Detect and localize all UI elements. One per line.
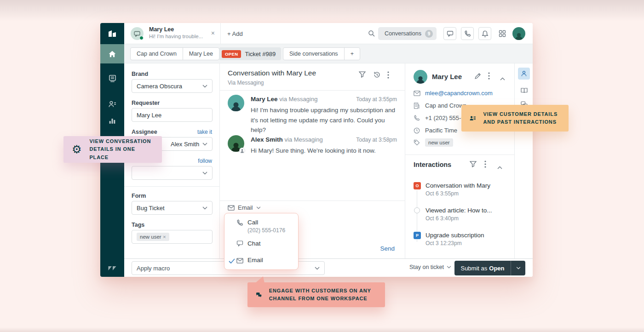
top-nav: Mary Lee Hi! I'm having trouble... × + A… — [100, 23, 533, 44]
chevron-down-icon — [202, 206, 207, 210]
submit-split-button: Submit as Open — [454, 261, 525, 275]
person-icon — [521, 70, 527, 77]
rail-customer-tab[interactable] — [518, 68, 530, 80]
open-conversation-tab[interactable]: Mary Lee Hi! I'm having trouble... × — [124, 23, 221, 44]
chat-icon[interactable] — [443, 27, 456, 40]
brand-select[interactable]: Camera Obscura — [132, 79, 213, 93]
tag-remove-icon[interactable]: × — [163, 234, 166, 240]
interaction-title[interactable]: Conversation with Mary — [426, 182, 490, 189]
send-button[interactable]: Send — [380, 245, 395, 252]
customer-email-link[interactable]: mlee@capandcrown.com — [425, 90, 493, 97]
assignee-value: Alex Smith — [171, 141, 199, 148]
brand-label: Brand — [132, 71, 148, 77]
call-icon — [236, 219, 243, 228]
sidebar-item-views[interactable] — [100, 72, 124, 85]
form-select[interactable]: Bug Ticket — [132, 201, 213, 215]
phone-icon[interactable] — [461, 27, 474, 40]
message-author: Mary Lee via Messaging — [251, 96, 317, 103]
kebab-menu-icon[interactable] — [484, 160, 486, 170]
kebab-menu-icon[interactable] — [387, 71, 389, 80]
clock-icon — [414, 127, 420, 134]
chevron-down-icon — [256, 206, 261, 209]
person-list-icon — [470, 113, 476, 123]
author-name: Mary Lee — [251, 96, 278, 103]
message-via: via Messaging — [279, 96, 317, 103]
breadcrumb-person[interactable]: Mary Lee — [183, 48, 219, 60]
filter-icon[interactable] — [470, 161, 477, 169]
conversations-label: Conversations — [385, 30, 421, 37]
conversations-button[interactable]: Conversations 9 — [378, 27, 437, 40]
channel-option-email[interactable]: Email — [247, 257, 263, 263]
side-conversations-group: Side conversations + — [283, 47, 360, 60]
collapse-chevron-icon[interactable] — [500, 74, 505, 82]
chat-bubbles-icon — [256, 290, 262, 299]
callout-conversation-details: ⚙ VIEW CONVERSATION DETAILS IN ONE PLACE — [63, 136, 162, 163]
channel-option-call[interactable]: Call — [247, 219, 258, 226]
zendesk-logo — [100, 23, 124, 44]
submit-status: Open — [489, 265, 504, 272]
fields-divider — [124, 186, 220, 187]
interactions-title: Interactions — [414, 161, 451, 168]
chevron-down-icon — [202, 172, 207, 175]
stay-on-ticket-select[interactable]: Stay on ticket — [409, 264, 451, 270]
take-it-link[interactable]: take it — [197, 129, 212, 135]
channel-selector[interactable]: Email — [228, 204, 261, 211]
bar-chart-icon — [109, 117, 116, 124]
requester-input[interactable]: Mary Lee — [132, 108, 213, 122]
breadcrumb-org[interactable]: Cap and Crown — [131, 48, 183, 60]
callout-engage-channels: ENGAGE WITH CUSTOMERS ON ANY CHANNEL FRO… — [247, 282, 385, 307]
interaction-title[interactable]: Upgrade subscription — [426, 232, 484, 239]
book-icon — [521, 87, 528, 94]
tag-icon — [414, 139, 420, 146]
search-icon[interactable] — [365, 27, 378, 40]
submit-dropdown-button[interactable] — [511, 261, 525, 275]
interaction-time: Oct 6 3:40pm — [426, 215, 459, 222]
customer-tags-row: new user — [414, 138, 453, 147]
rail-knowledge-tab[interactable] — [518, 85, 530, 97]
email-icon — [414, 91, 420, 96]
tags-input[interactable]: new user × — [132, 230, 213, 244]
tab-close-icon[interactable]: × — [211, 29, 215, 37]
follow-link[interactable]: follow — [198, 158, 212, 164]
sidebar-item-customers[interactable] — [100, 97, 124, 110]
edit-pencil-icon[interactable] — [474, 73, 481, 81]
requester-value: Mary Lee — [137, 112, 161, 119]
callout-tail — [255, 276, 266, 283]
collapse-chevron-icon[interactable] — [497, 163, 502, 171]
customer-tag-pill[interactable]: new user — [425, 138, 453, 147]
tag-pill[interactable]: new user × — [137, 233, 169, 241]
sidebar-item-reporting[interactable] — [100, 114, 124, 127]
interaction-time: Oct 6 3:55pm — [426, 190, 459, 197]
kebab-menu-icon[interactable] — [488, 72, 490, 81]
add-tab-button[interactable]: + Add — [227, 23, 243, 44]
avatar — [228, 95, 244, 111]
agent-avatar[interactable] — [512, 27, 525, 40]
customer-timezone-row: Pacific Time — [414, 127, 457, 134]
author-name: Alex Smith — [251, 136, 283, 143]
channel-option-chat[interactable]: Chat — [247, 240, 261, 247]
stay-on-ticket-label: Stay on ticket — [409, 264, 444, 270]
ticket-number: Ticket #989 — [245, 51, 276, 57]
side-conversations-tab[interactable]: Side conversations — [283, 48, 344, 60]
form-label: Form — [132, 193, 146, 199]
history-icon[interactable] — [374, 71, 380, 80]
ticket-tab[interactable]: OPEN Ticket #989 — [219, 47, 281, 60]
followers-select[interactable] — [132, 166, 213, 180]
sidebar-zendesk-logo-icon — [100, 264, 124, 271]
message-timestamp: Today at 3:58pm — [356, 137, 397, 143]
chevron-down-icon — [315, 267, 320, 270]
interaction-title[interactable]: Viewed article: How to... — [426, 207, 492, 214]
apps-grid-icon[interactable] — [496, 27, 509, 40]
message-text: Hi Mary! Sure thing. We're looking into … — [251, 146, 399, 156]
submit-button[interactable]: Submit as Open — [454, 261, 511, 275]
customer-email-row: mlee@capandcrown.com — [414, 90, 493, 97]
channel-badge-open: O — [414, 182, 421, 189]
email-icon — [228, 205, 235, 211]
message-author: Alex Smith via Messaging — [251, 136, 323, 143]
composer-divider — [220, 200, 405, 201]
bell-icon[interactable] — [478, 27, 491, 40]
add-side-conversation-button[interactable]: + — [344, 48, 360, 60]
filter-icon[interactable] — [359, 71, 366, 80]
sidebar-item-home[interactable] — [100, 44, 124, 63]
message-via: via Messaging — [285, 136, 323, 143]
